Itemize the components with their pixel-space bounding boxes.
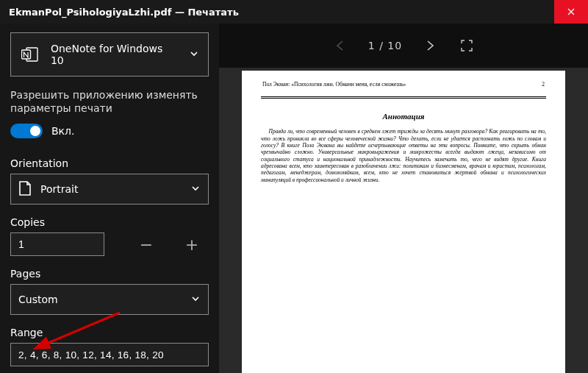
total-pages: 10 <box>387 40 402 51</box>
copies-increment-button[interactable]: + <box>184 235 200 254</box>
range-label: Range <box>10 327 209 338</box>
chevron-down-icon <box>190 294 201 306</box>
copies-input[interactable] <box>10 232 104 256</box>
printer-select[interactable]: OneNote for Windows 10 <box>10 32 209 77</box>
preview-pane: 1 / 10 Пол Экман: «Психология лжи. Обман… <box>219 24 588 373</box>
onenote-icon <box>20 44 40 65</box>
print-sidebar: OneNote for Windows 10 Разрешить приложе… <box>0 24 219 373</box>
orientation-label: Orientation <box>10 157 209 169</box>
orientation-select[interactable]: Portrait <box>10 174 209 205</box>
pages-label: Pages <box>10 268 209 280</box>
portrait-icon <box>18 180 32 199</box>
copies-decrement-button[interactable]: − <box>138 235 154 254</box>
chevron-down-icon <box>190 183 201 196</box>
chevron-down-icon <box>189 49 199 61</box>
preview-toolbar: 1 / 10 <box>219 24 588 68</box>
range-input[interactable] <box>10 343 209 366</box>
window-title: EkmanPol_PsihologiyaLzhi.pdf — Печатать <box>9 7 239 18</box>
printer-name: OneNote for Windows 10 <box>51 43 179 66</box>
close-button[interactable] <box>554 0 588 24</box>
toggle-state-label: Вкл. <box>51 125 74 137</box>
close-icon <box>567 8 575 15</box>
page-indicator: 1 / 10 <box>368 40 402 51</box>
page-preview-area[interactable]: Пол Экман: «Психология лжи. Обмани меня,… <box>219 68 588 373</box>
title-bar: EkmanPol_PsihologiyaLzhi.pdf — Печатать <box>0 0 588 24</box>
copies-label: Copies <box>10 216 209 228</box>
document-page: Пол Экман: «Психология лжи. Обмани меня,… <box>242 71 565 373</box>
next-page-button[interactable] <box>421 37 439 54</box>
page-running-head: Пол Экман: «Психология лжи. Обмани меня,… <box>261 81 546 89</box>
prev-page-button[interactable] <box>331 37 349 54</box>
allow-change-toggle[interactable] <box>10 124 43 138</box>
orientation-value: Portrait <box>40 183 78 195</box>
toggle-knob <box>30 126 40 136</box>
current-page: 1 <box>368 40 376 51</box>
pages-value: Custom <box>18 294 58 305</box>
page-heading: Аннотация <box>261 112 546 122</box>
pages-select[interactable]: Custom <box>10 284 209 315</box>
fullscreen-button[interactable] <box>458 37 476 54</box>
page-body-text: Правда ли, что современный человек в сре… <box>261 128 546 183</box>
allow-change-caption: Разрешить приложению изменять параметры … <box>10 88 209 115</box>
